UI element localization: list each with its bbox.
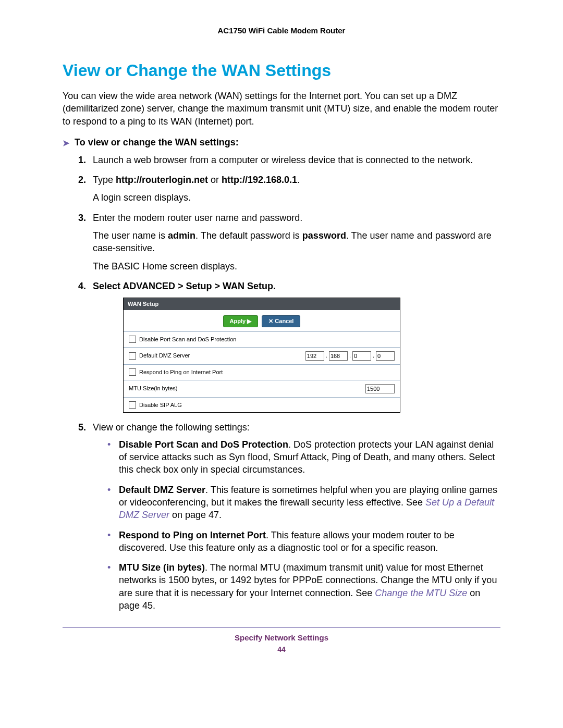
step-subtext: The BASIC Home screen displays. xyxy=(93,260,500,273)
footer: Specify Network Settings 44 xyxy=(63,633,500,653)
figure-row-ping: Respond to Ping on Internet Port xyxy=(124,364,400,380)
step-text: Launch a web browser from a computer or … xyxy=(93,155,473,165)
section-title: View or Change the WAN Settings xyxy=(63,61,500,80)
procedure-heading-text: To view or change the WAN settings: xyxy=(75,137,239,148)
wan-setup-figure: WAN Setup Apply ▶ ✕ Cancel Disable Port … xyxy=(123,298,400,413)
bullet-ping: Respond to Ping on Internet Port. This f… xyxy=(107,529,500,554)
step-3: 3. Enter the modem router user name and … xyxy=(78,212,500,273)
step-number: 3. xyxy=(78,212,86,224)
footer-rule xyxy=(63,627,500,628)
figure-row-sip: Disable SIP ALG xyxy=(124,397,400,413)
text: The user name is xyxy=(93,230,168,241)
xref-mtu[interactable]: Change the MTU Size xyxy=(375,588,467,598)
row-label: Disable Port Scan and DoS Protection xyxy=(139,336,237,343)
bullet-bold: Respond to Ping on Internet Port xyxy=(119,530,266,540)
step-subtext: A login screen displays. xyxy=(93,191,500,204)
text: or xyxy=(208,175,222,185)
row-label: MTU Size(in bytes) xyxy=(129,385,178,392)
bullet-dmz: Default DMZ Server. This feature is some… xyxy=(107,484,500,522)
figure-button-row: Apply ▶ ✕ Cancel xyxy=(124,310,400,331)
bullet-bold: Default DMZ Server xyxy=(119,485,205,495)
figure-row-dmz: Default DMZ Server . . . xyxy=(124,347,400,364)
step-2: 2. Type http://routerlogin.net or http:/… xyxy=(78,174,500,204)
text: . The default password is xyxy=(195,230,302,241)
ip-octet-2[interactable] xyxy=(329,351,348,361)
ip-octet-1[interactable] xyxy=(305,351,324,361)
figure-row-portscan: Disable Port Scan and DoS Protection xyxy=(124,331,400,347)
procedure-heading: ➤ To view or change the WAN settings: xyxy=(63,137,500,150)
step-text: Type http://routerlogin.net or http://19… xyxy=(93,175,300,185)
step-number: 1. xyxy=(78,154,86,166)
row-label: Disable SIP ALG xyxy=(139,401,182,409)
bullet-bold: Disable Port Scan and DoS Protection xyxy=(119,439,288,450)
ip-octet-4[interactable] xyxy=(376,351,395,361)
step-4: 4. Select ADVANCED > Setup > WAN Setup. … xyxy=(78,280,500,413)
bullet-bold: MTU Size (in bytes) xyxy=(119,562,205,573)
bold-text: password xyxy=(302,230,346,241)
row-label: Default DMZ Server xyxy=(139,352,190,360)
text: . xyxy=(297,175,300,185)
step-text: Enter the modem router user name and pas… xyxy=(93,213,302,223)
cancel-button[interactable]: ✕ Cancel xyxy=(262,315,300,327)
figure-titlebar: WAN Setup xyxy=(124,298,400,310)
ip-octet-3[interactable] xyxy=(352,351,371,361)
step-text: View or change the following settings: xyxy=(93,422,250,433)
checkbox-ping[interactable] xyxy=(129,368,136,376)
apply-button[interactable]: Apply ▶ xyxy=(223,315,259,327)
step-number: 2. xyxy=(78,174,86,186)
step-subtext: The user name is admin. The default pass… xyxy=(93,229,500,255)
mtu-input[interactable] xyxy=(365,384,395,393)
intro-paragraph: You can view the wide area network (WAN)… xyxy=(63,90,500,128)
step-5: 5. View or change the following settings… xyxy=(78,421,500,612)
page-number: 44 xyxy=(63,645,500,653)
bold-text: admin xyxy=(168,230,195,241)
row-label: Respond to Ping on Internet Port xyxy=(139,368,223,376)
checkbox-dmz[interactable] xyxy=(129,352,136,360)
ip-octets: . . . xyxy=(305,351,395,361)
figure-row-mtu: MTU Size(in bytes) xyxy=(124,380,400,397)
text: Type xyxy=(93,175,116,185)
footer-title: Specify Network Settings xyxy=(63,633,500,642)
bullet-portscan: Disable Port Scan and DoS Protection. Do… xyxy=(107,438,500,476)
step-bold-text: Select ADVANCED > Setup > WAN Setup. xyxy=(93,281,276,291)
step-1: 1. Launch a web browser from a computer … xyxy=(78,154,500,166)
bullet-text: on page 47. xyxy=(169,510,222,520)
checkbox-sip[interactable] xyxy=(129,401,136,409)
step-number: 5. xyxy=(78,421,86,434)
document-header: AC1750 WiFi Cable Modem Router xyxy=(63,26,500,35)
arrow-icon: ➤ xyxy=(63,137,69,150)
step-number: 4. xyxy=(78,280,86,292)
url-text: http://192.168.0.1 xyxy=(222,175,297,185)
url-text: http://routerlogin.net xyxy=(116,175,208,185)
bullet-mtu: MTU Size (in bytes). The normal MTU (max… xyxy=(107,561,500,612)
checkbox-portscan[interactable] xyxy=(129,336,136,343)
